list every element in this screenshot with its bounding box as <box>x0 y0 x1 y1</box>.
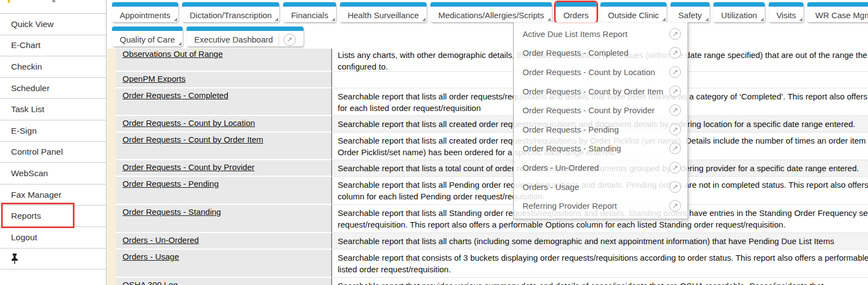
table-row: Orders - Usage Searchable report that co… <box>116 250 868 278</box>
table-row: Order Requests - Completed Searchable re… <box>116 88 868 116</box>
external-link-icon[interactable]: ↗ <box>669 181 681 193</box>
sidebar-cutoff-toolbar <box>0 0 106 14</box>
cutoff-icon <box>52 0 55 2</box>
menu-item-referring-provider-report[interactable]: Referring Provider Report ↗ <box>514 196 688 215</box>
table-row: Observations Out of Range Lists any char… <box>116 49 868 72</box>
menu-item-order-requests-count-by-order-item[interactable]: Order Requests - Count by Order Item ↗ <box>514 82 688 101</box>
orders-dropdown-menu: Active Due List Items Report ↗ Order Req… <box>513 22 688 219</box>
tab-medications-allergies-scripts[interactable]: Medications/Allergies/Scripts <box>430 2 552 22</box>
tabrow-2: Quality of Care Executive Dashboard ↗ <box>112 27 868 46</box>
external-link-icon[interactable]: ↗ <box>669 200 681 212</box>
tab-executive-dashboard-label: Executive Dashboard <box>194 35 273 44</box>
tab-dictation-transcription[interactable]: Dictation/Transcription <box>182 2 280 22</box>
sidebar-item-control-panel[interactable]: Control Panel <box>0 142 106 163</box>
menu-item-order-requests-pending[interactable]: Order Requests - Pending ↗ <box>514 120 688 139</box>
sidebar-item-logout[interactable]: Logout <box>0 227 106 249</box>
menu-item-orders-un-ordered[interactable]: Orders - Un-Ordered ↗ <box>514 158 688 177</box>
report-link-orders-un-ordered[interactable]: Orders - Un-Ordered <box>123 235 199 245</box>
external-link-icon[interactable]: ↗ <box>669 124 681 135</box>
report-link-order-requests-count-by-order-item[interactable]: Order Requests - Count by Order Item <box>123 135 263 144</box>
menu-item-label: Order Requests - Count by Provider <box>523 105 654 115</box>
menu-item-order-requests-standing[interactable]: Order Requests - Standing ↗ <box>514 139 688 159</box>
description-line: Searchable report that lists all charts … <box>338 235 868 247</box>
sidebar-pin-toggle[interactable] <box>0 249 106 270</box>
menu-item-label: Order Requests - Count by Order Item <box>523 87 663 96</box>
report-link-observations-out-of-range[interactable]: Observations Out of Range <box>123 49 223 59</box>
external-link-icon[interactable]: ↗ <box>669 162 681 173</box>
tab-orders[interactable]: Orders <box>556 2 597 22</box>
external-link-icon[interactable]: ↗ <box>669 28 681 40</box>
report-description: Searchable report that consists of 3 buc… <box>332 250 868 278</box>
tab-visits[interactable]: Visits <box>769 2 804 22</box>
menu-item-order-requests-count-by-location[interactable]: Order Requests - Count by Location ↗ <box>514 62 688 82</box>
report-link-order-requests-standing[interactable]: Order Requests - Standing <box>123 207 221 217</box>
table-row: Order Requests - Standing Searchable rep… <box>116 205 868 233</box>
tab-utilization[interactable]: Utilization <box>713 2 765 22</box>
divider <box>279 33 279 46</box>
report-link-openpm-exports[interactable]: OpenPM Exports <box>123 74 185 83</box>
description-line: listed order request/requisition. <box>338 263 868 275</box>
sidebar-item-task-list[interactable]: Task List <box>0 99 106 120</box>
report-description: Searchable report that provides various … <box>332 278 868 285</box>
report-link-osha-300-log[interactable]: OSHA 300 Log <box>123 280 178 285</box>
menu-item-order-requests-count-by-provider[interactable]: Order Requests - Count by Provider ↗ <box>514 101 688 120</box>
module-tabbar: Appointments Dictation/Transcription Fin… <box>107 0 868 49</box>
beige-divider-strip <box>107 17 116 285</box>
external-link-icon[interactable]: ↗ <box>669 142 681 154</box>
description-line: Searchable report that consists of 3 buc… <box>338 252 868 263</box>
tab-executive-dashboard[interactable]: Executive Dashboard ↗ <box>187 27 303 46</box>
menu-item-label: Referring Provider Report <box>523 201 617 210</box>
external-link-icon[interactable]: ↗ <box>669 86 681 97</box>
menu-item-order-requests-completed[interactable]: Order Requests - Completed ↗ <box>514 44 688 63</box>
sidebar-item-reports[interactable]: Reports <box>0 205 106 227</box>
sidebar-item-checkin[interactable]: Checkin <box>0 56 106 78</box>
external-link-icon[interactable]: ↗ <box>284 34 296 46</box>
sidebar-item-quick-view[interactable]: Quick View <box>0 14 106 35</box>
tab-outside-clinic[interactable]: Outside Clinic <box>600 2 667 22</box>
report-link-order-requests-count-by-provider[interactable]: Order Requests - Count by Provider <box>123 162 254 172</box>
tab-safety[interactable]: Safety <box>670 2 710 22</box>
menu-item-label: Order Requests - Count by Location <box>523 67 655 77</box>
tab-appointments[interactable]: Appointments <box>112 2 178 22</box>
tab-health-surveillance[interactable]: Health Surveillance <box>340 2 427 22</box>
sidebar-item-e-sign[interactable]: E-Sign <box>0 120 106 142</box>
reports-table: Observations Out of Range Lists any char… <box>116 49 868 285</box>
description-line: request/requisition. This report also of… <box>338 219 868 230</box>
menu-item-orders-usage[interactable]: Orders - Usage ↗ <box>514 177 688 197</box>
table-row: Order Requests - Count by Order Item Sea… <box>116 133 868 160</box>
menu-item-label: Order Requests - Standing <box>523 144 621 153</box>
tab-quality-of-care[interactable]: Quality of Care <box>112 27 183 46</box>
tabrow-1: Appointments Dictation/Transcription Fin… <box>112 2 868 22</box>
report-link-order-requests-pending[interactable]: Order Requests - Pending <box>123 179 219 188</box>
menu-item-label: Order Requests - Pending <box>523 125 619 134</box>
table-row: Order Requests - Count by Location Searc… <box>116 116 868 133</box>
report-link-order-requests-completed[interactable]: Order Requests - Completed <box>123 91 228 100</box>
external-link-icon[interactable]: ↗ <box>669 47 681 59</box>
tab-financials[interactable]: Financials <box>283 2 336 22</box>
sidebar-item-webscan[interactable]: WebScan <box>0 163 106 184</box>
external-link-icon[interactable]: ↗ <box>669 104 681 116</box>
app-window: Quick View E-Chart Checkin Scheduler Tas… <box>0 0 868 285</box>
table-row: OSHA 300 Log Searchable report that prov… <box>116 278 868 285</box>
sidebar-item-scheduler[interactable]: Scheduler <box>0 78 106 99</box>
menu-item-label: Active Due List Items Report <box>523 29 627 39</box>
table-row: Orders - Un-Ordered Searchable report th… <box>116 233 868 250</box>
sidebar: Quick View E-Chart Checkin Scheduler Tas… <box>0 0 106 285</box>
table-row: Order Requests - Pending Searchable repo… <box>116 177 868 205</box>
description-line: Searchable report that provides various … <box>338 280 868 285</box>
report-description: Searchable report that lists all charts … <box>332 233 868 250</box>
table-row: Order Requests - Count by Provider Searc… <box>116 160 868 177</box>
sidebar-item-e-chart[interactable]: E-Chart <box>0 35 106 57</box>
menu-item-label: Order Requests - Completed <box>523 48 629 57</box>
report-link-order-requests-count-by-location[interactable]: Order Requests - Count by Location <box>123 118 255 128</box>
external-link-icon[interactable]: ↗ <box>669 66 681 78</box>
tab-wr-case-mgmt[interactable]: WR Case Mgmt <box>807 2 868 22</box>
pushpin-icon <box>11 254 18 264</box>
table-row: OpenPM Exports <box>116 72 868 88</box>
menu-item-active-due-list-items-report[interactable]: Active Due List Items Report ↗ <box>514 24 688 44</box>
menu-item-label: Orders - Un-Ordered <box>523 163 599 172</box>
menu-item-label: Orders - Usage <box>523 182 579 192</box>
sidebar-item-fax-manager[interactable]: Fax Manager <box>0 184 106 206</box>
cutoff-icon <box>8 0 10 3</box>
report-link-orders-usage[interactable]: Orders - Usage <box>123 252 179 261</box>
